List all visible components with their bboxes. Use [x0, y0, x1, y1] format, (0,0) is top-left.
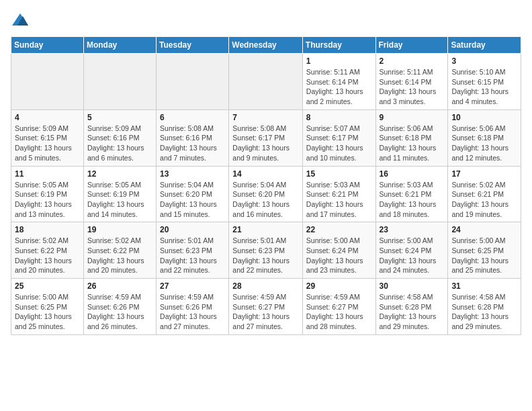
day-header-thursday: Thursday	[302, 37, 375, 54]
calendar-header-row: SundayMondayTuesdayWednesdayThursdayFrid…	[11, 37, 521, 54]
calendar-table: SundayMondayTuesdayWednesdayThursdayFrid…	[11, 36, 521, 335]
calendar-cell: 13Sunrise: 5:04 AM Sunset: 6:20 PM Dayli…	[157, 166, 229, 222]
calendar-cell	[83, 54, 156, 110]
day-number: 29	[306, 281, 372, 291]
logo	[11, 11, 32, 30]
calendar-week-row: 1Sunrise: 5:11 AM Sunset: 6:14 PM Daylig…	[11, 54, 521, 110]
calendar-cell: 21Sunrise: 5:01 AM Sunset: 6:23 PM Dayli…	[229, 222, 303, 279]
day-info: Sunrise: 5:02 AM Sunset: 6:21 PM Dayligh…	[451, 180, 517, 220]
day-number: 18	[15, 225, 80, 234]
day-info: Sunrise: 5:11 AM Sunset: 6:14 PM Dayligh…	[306, 67, 372, 107]
day-number: 17	[451, 169, 517, 179]
day-info: Sunrise: 5:00 AM Sunset: 6:24 PM Dayligh…	[306, 236, 372, 275]
day-number: 30	[380, 281, 445, 291]
calendar-cell: 26Sunrise: 4:59 AM Sunset: 6:26 PM Dayli…	[83, 279, 156, 335]
day-number: 1	[306, 56, 372, 66]
day-number: 8	[306, 113, 372, 122]
day-info: Sunrise: 5:05 AM Sunset: 6:19 PM Dayligh…	[15, 180, 80, 220]
calendar-week-row: 4Sunrise: 5:09 AM Sunset: 6:15 PM Daylig…	[11, 109, 521, 166]
calendar-cell: 18Sunrise: 5:02 AM Sunset: 6:22 PM Dayli…	[11, 222, 84, 279]
day-number: 15	[306, 169, 372, 179]
calendar-cell: 29Sunrise: 4:59 AM Sunset: 6:27 PM Dayli…	[302, 279, 375, 335]
calendar-cell: 5Sunrise: 5:09 AM Sunset: 6:16 PM Daylig…	[83, 109, 156, 166]
calendar-cell: 6Sunrise: 5:08 AM Sunset: 6:16 PM Daylig…	[157, 109, 229, 166]
day-number: 10	[451, 113, 517, 122]
day-info: Sunrise: 4:58 AM Sunset: 6:28 PM Dayligh…	[380, 292, 445, 332]
day-number: 31	[451, 281, 517, 291]
day-number: 21	[232, 225, 299, 234]
calendar-cell: 25Sunrise: 5:00 AM Sunset: 6:25 PM Dayli…	[11, 279, 84, 335]
calendar-cell: 20Sunrise: 5:01 AM Sunset: 6:23 PM Dayli…	[157, 222, 229, 279]
day-number: 27	[160, 281, 225, 291]
calendar-cell: 10Sunrise: 5:06 AM Sunset: 6:18 PM Dayli…	[448, 109, 521, 166]
calendar-cell: 9Sunrise: 5:06 AM Sunset: 6:18 PM Daylig…	[375, 109, 448, 166]
day-number: 2	[380, 56, 445, 66]
calendar-cell: 23Sunrise: 5:00 AM Sunset: 6:24 PM Dayli…	[375, 222, 448, 279]
logo-icon	[11, 11, 30, 30]
calendar-cell: 30Sunrise: 4:58 AM Sunset: 6:28 PM Dayli…	[375, 279, 448, 335]
day-number: 16	[380, 169, 445, 179]
calendar-week-row: 18Sunrise: 5:02 AM Sunset: 6:22 PM Dayli…	[11, 222, 521, 279]
day-info: Sunrise: 5:02 AM Sunset: 6:22 PM Dayligh…	[87, 236, 152, 275]
day-info: Sunrise: 5:05 AM Sunset: 6:19 PM Dayligh…	[87, 180, 152, 220]
day-info: Sunrise: 5:07 AM Sunset: 6:17 PM Dayligh…	[306, 124, 372, 163]
day-header-friday: Friday	[375, 37, 448, 54]
day-number: 3	[451, 56, 517, 66]
calendar-cell: 8Sunrise: 5:07 AM Sunset: 6:17 PM Daylig…	[302, 109, 375, 166]
calendar-cell: 22Sunrise: 5:00 AM Sunset: 6:24 PM Dayli…	[302, 222, 375, 279]
day-header-monday: Monday	[83, 37, 156, 54]
day-info: Sunrise: 5:11 AM Sunset: 6:14 PM Dayligh…	[380, 67, 445, 107]
calendar-cell: 24Sunrise: 5:00 AM Sunset: 6:25 PM Dayli…	[448, 222, 521, 279]
day-info: Sunrise: 4:59 AM Sunset: 6:27 PM Dayligh…	[306, 292, 372, 332]
day-number: 19	[87, 225, 152, 234]
calendar-cell: 2Sunrise: 5:11 AM Sunset: 6:14 PM Daylig…	[375, 54, 448, 110]
day-number: 24	[451, 225, 517, 234]
day-info: Sunrise: 5:00 AM Sunset: 6:25 PM Dayligh…	[15, 292, 80, 332]
calendar-cell: 28Sunrise: 4:59 AM Sunset: 6:27 PM Dayli…	[229, 279, 303, 335]
page-header	[11, 11, 521, 30]
day-info: Sunrise: 5:02 AM Sunset: 6:22 PM Dayligh…	[15, 236, 80, 275]
calendar-cell: 14Sunrise: 5:04 AM Sunset: 6:20 PM Dayli…	[229, 166, 303, 222]
day-info: Sunrise: 4:59 AM Sunset: 6:27 PM Dayligh…	[232, 292, 299, 332]
day-info: Sunrise: 5:06 AM Sunset: 6:18 PM Dayligh…	[451, 124, 517, 163]
day-info: Sunrise: 5:06 AM Sunset: 6:18 PM Dayligh…	[380, 124, 445, 163]
day-info: Sunrise: 5:10 AM Sunset: 6:15 PM Dayligh…	[451, 67, 517, 107]
day-number: 22	[306, 225, 372, 234]
day-number: 7	[232, 113, 299, 122]
day-number: 11	[15, 169, 80, 179]
day-info: Sunrise: 5:04 AM Sunset: 6:20 PM Dayligh…	[160, 180, 225, 220]
day-info: Sunrise: 5:09 AM Sunset: 6:15 PM Dayligh…	[15, 124, 80, 163]
calendar-cell	[229, 54, 303, 110]
calendar-cell: 1Sunrise: 5:11 AM Sunset: 6:14 PM Daylig…	[302, 54, 375, 110]
day-info: Sunrise: 5:03 AM Sunset: 6:21 PM Dayligh…	[380, 180, 445, 220]
calendar-week-row: 25Sunrise: 5:00 AM Sunset: 6:25 PM Dayli…	[11, 279, 521, 335]
calendar-cell: 31Sunrise: 4:58 AM Sunset: 6:28 PM Dayli…	[448, 279, 521, 335]
day-number: 6	[160, 113, 225, 122]
calendar-cell: 4Sunrise: 5:09 AM Sunset: 6:15 PM Daylig…	[11, 109, 84, 166]
day-header-sunday: Sunday	[11, 37, 84, 54]
calendar-week-row: 11Sunrise: 5:05 AM Sunset: 6:19 PM Dayli…	[11, 166, 521, 222]
day-info: Sunrise: 4:59 AM Sunset: 6:26 PM Dayligh…	[87, 292, 152, 332]
day-info: Sunrise: 5:09 AM Sunset: 6:16 PM Dayligh…	[87, 124, 152, 163]
day-info: Sunrise: 5:01 AM Sunset: 6:23 PM Dayligh…	[232, 236, 299, 275]
calendar-cell	[157, 54, 229, 110]
day-info: Sunrise: 5:03 AM Sunset: 6:21 PM Dayligh…	[306, 180, 372, 220]
day-number: 4	[15, 113, 80, 122]
day-number: 25	[15, 281, 80, 291]
calendar-cell: 19Sunrise: 5:02 AM Sunset: 6:22 PM Dayli…	[83, 222, 156, 279]
day-info: Sunrise: 4:58 AM Sunset: 6:28 PM Dayligh…	[451, 292, 517, 332]
day-header-wednesday: Wednesday	[229, 37, 303, 54]
day-number: 5	[87, 113, 152, 122]
day-number: 13	[160, 169, 225, 179]
calendar-cell: 7Sunrise: 5:08 AM Sunset: 6:17 PM Daylig…	[229, 109, 303, 166]
day-info: Sunrise: 5:04 AM Sunset: 6:20 PM Dayligh…	[232, 180, 299, 220]
calendar-cell: 27Sunrise: 4:59 AM Sunset: 6:26 PM Dayli…	[157, 279, 229, 335]
day-number: 9	[380, 113, 445, 122]
calendar-cell: 12Sunrise: 5:05 AM Sunset: 6:19 PM Dayli…	[83, 166, 156, 222]
day-number: 28	[232, 281, 299, 291]
day-number: 23	[380, 225, 445, 234]
day-info: Sunrise: 5:00 AM Sunset: 6:25 PM Dayligh…	[451, 236, 517, 275]
day-info: Sunrise: 4:59 AM Sunset: 6:26 PM Dayligh…	[160, 292, 225, 332]
day-info: Sunrise: 5:01 AM Sunset: 6:23 PM Dayligh…	[160, 236, 225, 275]
day-number: 14	[232, 169, 299, 179]
